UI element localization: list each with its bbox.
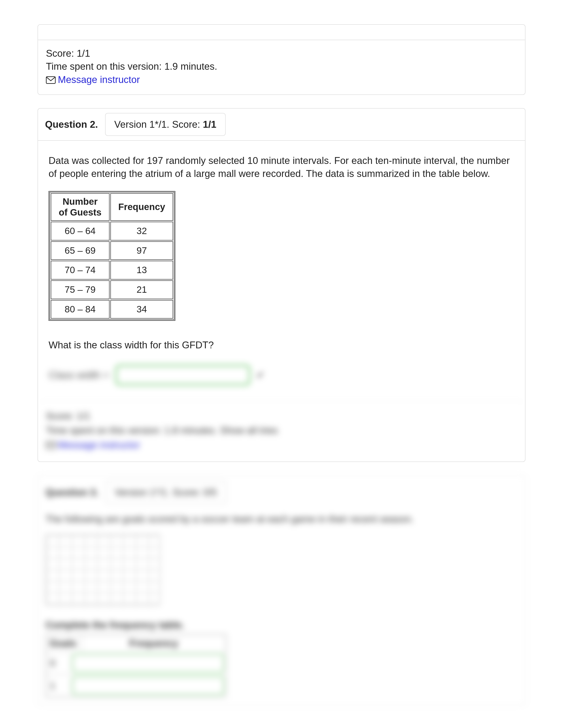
question-3-prompt: The following are goals scored by a socc… [45,512,518,525]
table-row: 80 – 84 34 [51,300,173,319]
cell-range: 75 – 79 [51,280,109,299]
envelope-icon [46,74,56,87]
class-width-label: Class width = [49,368,109,382]
mini-hdr-goals: Goals [46,635,81,652]
question-2-card: Question 2. Version 1*/1. Score: 1/1 Dat… [38,108,525,462]
mini-row-label: 0 [46,652,70,674]
prev-question-footer: Score: 1/1 Time spent on this version: 1… [38,40,525,95]
frequency-table: Number of Guests Frequency 60 – 64 32 65… [49,191,175,321]
time-spent-line: Time spent on this version: 1.9 minutes. [46,60,517,73]
class-width-question: What is the class width for this GFDT? [49,338,514,351]
mini-hdr-freq: Frequency [81,635,226,652]
table-row: 65 – 69 97 [51,241,173,260]
mini-row-input[interactable] [72,654,224,673]
correct-check-icon: ✔ [256,368,264,381]
cell-range: 65 – 69 [51,241,109,260]
table-row: 70 – 74 13 [51,261,173,280]
hdr-line2: of Guests [59,207,102,218]
envelope-icon [46,439,56,452]
cell-range: 70 – 74 [51,261,109,280]
message-instructor-link[interactable]: Message instructor [58,74,140,85]
version-prefix: Version 1*/1. Score: [114,119,203,130]
question-3-instruction: Complete the frequency table. [45,618,518,631]
class-width-input[interactable] [115,365,250,385]
mini-row: 0 [46,652,226,674]
question-2-title: Question 2. [45,118,98,131]
blur-message-instructor-link[interactable]: Message instructor [58,439,140,450]
table-row: 75 – 79 21 [51,280,173,299]
freq-table-header-guests: Number of Guests [51,193,109,221]
prev-question-body-fragment [38,24,525,40]
cell-freq: 21 [110,280,173,299]
score-line: Score: 1/1 [46,47,517,60]
version-score-pill[interactable]: Version 1*/1. Score: 1/1 [105,113,226,136]
cell-freq: 97 [110,241,173,260]
freq-table-header-frequency: Frequency [110,193,173,221]
mini-row: 1 [46,674,226,697]
table-row: 60 – 64 32 [51,222,173,240]
cell-freq: 32 [110,222,173,240]
mini-freq-table: Goals Frequency 0 1 [45,634,226,697]
data-grid [45,535,160,605]
cell-freq: 13 [110,261,173,280]
mini-row-label: 1 [46,674,70,697]
blur-time-line: Time spent on this version: 1.8 minutes.… [46,424,517,437]
question-3-version-pill[interactable]: Version 1*/1. Score: 0/5 [105,481,226,504]
cell-freq: 34 [110,300,173,319]
question-3-card: Question 3. Version 1*/1. Score: 0/5 The… [38,475,525,705]
blur-score-line: Score: 1/1 [46,409,517,422]
mini-row-input[interactable] [72,676,224,695]
question-3-title: Question 3. [45,486,98,499]
hdr-line1: Number [63,196,98,207]
question-2-prompt: Data was collected for 197 randomly sele… [49,154,514,180]
version-score: 1/1 [203,119,216,130]
question-2-header: Question 2. Version 1*/1. Score: 1/1 [38,109,525,141]
cell-range: 80 – 84 [51,300,109,319]
cell-range: 60 – 64 [51,222,109,240]
